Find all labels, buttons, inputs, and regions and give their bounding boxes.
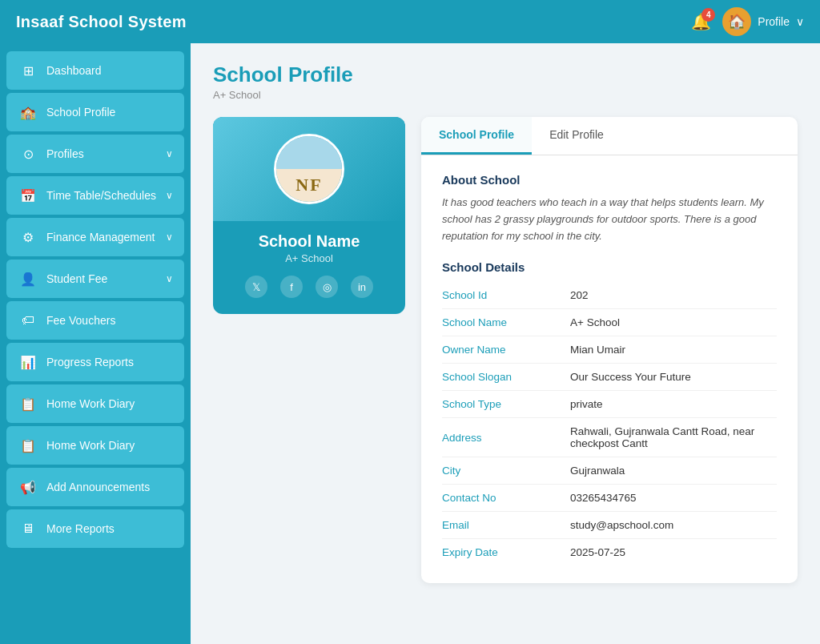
sidebar: ⊞ Dashboard 🏫 School Profile ⊙ Profiles … [0, 43, 191, 644]
field-label: School Type [442, 391, 570, 418]
chevron-icon: ∨ [166, 273, 173, 284]
field-value: Mian Umair [570, 336, 777, 364]
field-value: Rahwali, Gujranwala Cantt Road, near che… [570, 418, 777, 457]
add-announcements-icon: 📢 [18, 477, 38, 497]
sidebar-label-progress-reports: Progress Reports [46, 356, 134, 368]
profile-chevron-icon: ∨ [796, 15, 804, 28]
panel-body: About School It has good teachers who te… [421, 155, 798, 583]
table-row: Expiry Date 2025-07-25 [442, 539, 777, 566]
school-card-subtitle: A+ School [285, 252, 333, 264]
table-row: School Name A+ School [442, 309, 777, 336]
timetable-icon: 📅 [18, 185, 38, 206]
profiles-icon: ⊙ [18, 143, 38, 164]
school-card: NF School Name A+ School 𝕏 f ◎ in [213, 117, 405, 314]
app-title: Insaaf School System [16, 13, 187, 31]
facebook-icon[interactable]: f [280, 276, 303, 298]
linkedin-icon[interactable]: in [351, 276, 373, 298]
table-row: School Slogan Our Success Your Future [442, 364, 777, 391]
field-value: private [570, 391, 777, 418]
field-label: Owner Name [442, 336, 570, 364]
sidebar-label-student-fee: Student Fee [46, 272, 107, 285]
table-row: Contact No 03265434765 [442, 485, 777, 512]
table-row: City Gujranwala [442, 457, 777, 485]
details-table: School Id 202 School Name A+ School Owne… [442, 282, 777, 566]
table-row: School Type private [442, 391, 777, 418]
page-title: School Profile [213, 62, 798, 87]
chevron-icon: ∨ [166, 231, 173, 243]
field-label: Expiry Date [442, 539, 570, 566]
finance-icon: ⚙ [18, 227, 38, 248]
sidebar-item-finance[interactable]: ⚙ Finance Management ∨ [6, 218, 184, 256]
header-actions: 🔔 4 🏠 Profile ∨ [691, 7, 804, 36]
homework-diary2-icon: 📋 [18, 435, 38, 456]
sidebar-label-timetable: Time Table/Schedules [46, 189, 156, 202]
details-section-title: School Details [442, 260, 777, 274]
field-value: 2025-07-25 [570, 539, 777, 566]
sidebar-item-school-profile[interactable]: 🏫 School Profile [6, 93, 184, 131]
panel-tabs: School ProfileEdit Profile [421, 117, 798, 155]
sidebar-item-fee-vouchers[interactable]: 🏷 Fee Vouchers [6, 301, 184, 340]
sidebar-item-student-fee[interactable]: 👤 Student Fee ∨ [6, 260, 184, 298]
field-value: Our Success Your Future [570, 364, 777, 391]
field-value: study@apschool.com [570, 512, 777, 539]
page-header: School Profile A+ School [213, 62, 798, 101]
sidebar-item-homework-diary1[interactable]: 📋 Home Work Diary [6, 384, 184, 423]
profile-button[interactable]: 🏠 Profile ∨ [722, 7, 804, 36]
sidebar-label-homework-diary1: Home Work Diary [46, 397, 135, 410]
field-label: Email [442, 512, 570, 539]
page-subtitle: A+ School [213, 89, 798, 101]
sidebar-label-homework-diary2: Home Work Diary [46, 439, 135, 452]
field-label: City [442, 457, 570, 485]
about-section-title: About School [442, 173, 777, 187]
avatar-text: NF [295, 175, 322, 195]
sidebar-label-fee-vouchers: Fee Vouchers [46, 314, 115, 327]
field-label: Contact No [442, 485, 570, 512]
sidebar-item-more-reports[interactable]: 🖥 More Reports [6, 509, 184, 548]
sidebar-label-profiles: Profiles [46, 147, 84, 160]
sidebar-item-progress-reports[interactable]: 📊 Progress Reports [6, 343, 184, 381]
social-icons: 𝕏 f ◎ in [245, 276, 373, 298]
header: Insaaf School System 🔔 4 🏠 Profile ∨ [0, 0, 820, 43]
sidebar-label-finance: Finance Management [46, 231, 155, 244]
sidebar-label-add-announcements: Add Announcements [46, 481, 150, 493]
school-avatar-circle: NF [274, 134, 344, 204]
twitter-icon[interactable]: 𝕏 [245, 276, 267, 298]
sidebar-item-dashboard[interactable]: ⊞ Dashboard [6, 51, 184, 90]
field-value: 202 [570, 282, 777, 309]
school-card-top: NF [213, 117, 405, 221]
field-value: Gujranwala [570, 457, 777, 485]
dashboard-icon: ⊞ [18, 60, 38, 81]
sidebar-item-timetable[interactable]: 📅 Time Table/Schedules ∨ [6, 176, 184, 215]
chevron-icon: ∨ [166, 190, 173, 201]
sidebar-item-profiles[interactable]: ⊙ Profiles ∨ [6, 135, 184, 173]
fee-vouchers-icon: 🏷 [18, 310, 38, 331]
profile-avatar: 🏠 [722, 7, 751, 36]
field-label: School Slogan [442, 364, 570, 391]
profile-label: Profile [758, 15, 790, 28]
sidebar-item-homework-diary2[interactable]: 📋 Home Work Diary [6, 426, 184, 465]
school-card-name: School Name [259, 232, 360, 251]
school-profile-tab[interactable]: School Profile [421, 117, 532, 155]
progress-reports-icon: 📊 [18, 352, 38, 372]
notification-button[interactable]: 🔔 4 [691, 12, 711, 31]
homework-diary1-icon: 📋 [18, 393, 38, 414]
sidebar-label-school-profile: School Profile [46, 106, 115, 119]
sidebar-label-more-reports: More Reports [46, 522, 115, 535]
table-row: Email study@apschool.com [442, 512, 777, 539]
content-area: NF School Name A+ School 𝕏 f ◎ in School… [213, 117, 798, 583]
school-profile-icon: 🏫 [18, 102, 38, 123]
sidebar-item-add-announcements[interactable]: 📢 Add Announcements [6, 468, 184, 506]
table-row: Address Rahwali, Gujranwala Cantt Road, … [442, 418, 777, 457]
edit-profile-tab[interactable]: Edit Profile [532, 117, 621, 155]
field-label: School Name [442, 309, 570, 336]
main-content: School Profile A+ School NF School Name … [191, 43, 820, 644]
table-row: Owner Name Mian Umair [442, 336, 777, 364]
about-text: It has good teachers who teach in a way … [442, 195, 777, 244]
profile-panel: School ProfileEdit Profile About School … [421, 117, 798, 583]
avatar-inner: NF [276, 136, 342, 202]
field-value: A+ School [570, 309, 777, 336]
instagram-icon[interactable]: ◎ [316, 276, 338, 298]
field-label: School Id [442, 282, 570, 309]
main-layout: ⊞ Dashboard 🏫 School Profile ⊙ Profiles … [0, 43, 820, 644]
field-label: Address [442, 418, 570, 457]
